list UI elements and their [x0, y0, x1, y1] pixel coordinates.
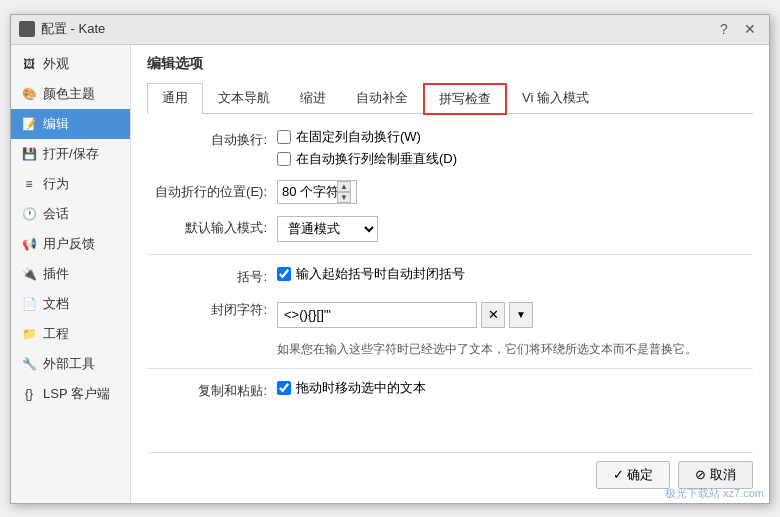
sidebar-item-open-save[interactable]: 💾 打开/保存 [11, 139, 130, 169]
note-text: 如果您在输入这些字符时已经选中了文本，它们将环绕所选文本而不是普换它。 [147, 340, 753, 358]
auto-newline-check1-label: 在固定列自动换行(W) [296, 128, 421, 146]
sidebar-item-documents[interactable]: 📄 文档 [11, 289, 130, 319]
auto-newline-check2-row: 在自动换行列绘制垂直线(D) [277, 150, 753, 168]
tab-autocomplete[interactable]: 自动补全 [341, 83, 423, 114]
brackets-check-label: 输入起始括号时自动封闭括号 [296, 265, 465, 283]
sidebar-item-label: 编辑 [43, 115, 69, 133]
paste-check-label: 拖动时移动选中的文本 [296, 379, 426, 397]
editor-icon: 📝 [21, 116, 37, 132]
sidebar-item-label: 颜色主题 [43, 85, 95, 103]
sidebar-item-label: 用户反馈 [43, 235, 95, 253]
brackets-check-row: 输入起始括号时自动封闭括号 [277, 265, 753, 283]
auto-fold-controls: ▲ ▼ [277, 180, 753, 204]
separator2 [147, 368, 753, 369]
tab-vi-input[interactable]: Vi 输入模式 [507, 83, 604, 114]
sidebar-item-feedback[interactable]: 📢 用户反馈 [11, 229, 130, 259]
tab-indent[interactable]: 缩进 [285, 83, 341, 114]
brackets-row: 括号: 输入起始括号时自动封闭括号 [147, 265, 753, 286]
paste-controls: 拖动时移动选中的文本 [277, 379, 753, 397]
auto-newline-row: 自动换行: 在固定列自动换行(W) 在自动换行列绘制垂直线(D) [147, 128, 753, 168]
spinbox-arrows: ▲ ▼ [337, 181, 351, 203]
sidebar-item-projects[interactable]: 📁 工程 [11, 319, 130, 349]
auto-newline-controls: 在固定列自动换行(W) 在自动换行列绘制垂直线(D) [277, 128, 753, 168]
form-area: 自动换行: 在固定列自动换行(W) 在自动换行列绘制垂直线(D) [147, 128, 753, 448]
titlebar: 配置 - Kate ? ✕ [11, 15, 769, 45]
brackets-label: 括号: [147, 265, 277, 286]
sidebar-item-plugins[interactable]: 🔌 插件 [11, 259, 130, 289]
default-input-label: 默认输入模式: [147, 216, 277, 237]
spinbox: ▲ ▼ [277, 180, 357, 204]
default-input-row: 默认输入模式: 普通模式 Vi 输入模式 只读模式 [147, 216, 753, 242]
tab-general[interactable]: 通用 [147, 83, 203, 114]
sidebar-item-lsp[interactable]: {} LSP 客户端 [11, 379, 130, 409]
main-window: 配置 - Kate ? ✕ 🖼 外观 🎨 颜色主题 📝 编辑 💾 [10, 14, 770, 504]
clear-closing-btn[interactable]: ✕ [481, 302, 505, 328]
auto-newline-check2-input[interactable] [277, 152, 291, 166]
sidebar-item-color-theme[interactable]: 🎨 颜色主题 [11, 79, 130, 109]
default-input-controls: 普通模式 Vi 输入模式 只读模式 [277, 216, 753, 242]
auto-newline-check1-row: 在固定列自动换行(W) [277, 128, 753, 146]
lsp-icon: {} [21, 386, 37, 402]
cancel-button[interactable]: ⊘ 取消 [678, 461, 753, 489]
sidebar-item-label: 插件 [43, 265, 69, 283]
documents-icon: 📄 [21, 296, 37, 312]
behavior-icon: ≡ [21, 176, 37, 192]
spinbox-down-arrow[interactable]: ▼ [337, 192, 351, 203]
paste-check-input[interactable] [277, 381, 291, 395]
projects-icon: 📁 [21, 326, 37, 342]
sidebar-item-appearance[interactable]: 🖼 外观 [11, 49, 130, 79]
spinbox-input[interactable] [282, 184, 337, 199]
sidebar-item-behavior[interactable]: ≡ 行为 [11, 169, 130, 199]
sidebar-item-label: 外观 [43, 55, 69, 73]
auto-fold-label: 自动折行的位置(E): [147, 180, 277, 201]
sidebar-item-label: LSP 客户端 [43, 385, 110, 403]
tabs-bar: 通用 文本导航 缩进 自动补全 拼写检查 Vi 输入模式 [147, 83, 753, 114]
paste-label: 复制和粘贴: [147, 379, 277, 400]
sidebar-item-session[interactable]: 🕐 会话 [11, 199, 130, 229]
feedback-icon: 📢 [21, 236, 37, 252]
close-button[interactable]: ✕ [739, 18, 761, 40]
sidebar-item-external-tools[interactable]: 🔧 外部工具 [11, 349, 130, 379]
closing-char-controls: ✕ ▼ [277, 298, 753, 328]
separator1 [147, 254, 753, 255]
closing-chars-input[interactable] [277, 302, 477, 328]
brackets-controls: 输入起始括号时自动封闭括号 [277, 265, 753, 283]
paste-check-row: 拖动时移动选中的文本 [277, 379, 753, 397]
sidebar: 🖼 外观 🎨 颜色主题 📝 编辑 💾 打开/保存 ≡ 行为 🕐 会话 [11, 45, 131, 503]
sidebar-item-label: 工程 [43, 325, 69, 343]
select-row: 普通模式 Vi 输入模式 只读模式 [277, 216, 753, 242]
main-content: 🖼 外观 🎨 颜色主题 📝 编辑 💾 打开/保存 ≡ 行为 🕐 会话 [11, 45, 769, 503]
default-input-select[interactable]: 普通模式 Vi 输入模式 只读模式 [277, 216, 378, 242]
brackets-check-input[interactable] [277, 267, 291, 281]
auto-fold-row: 自动折行的位置(E): ▲ ▼ [147, 180, 753, 204]
color-theme-icon: 🎨 [21, 86, 37, 102]
right-panel: 编辑选项 通用 文本导航 缩进 自动补全 拼写检查 [131, 45, 769, 503]
auto-newline-label: 自动换行: [147, 128, 277, 149]
tab-text-nav[interactable]: 文本导航 [203, 83, 285, 114]
section-title: 编辑选项 [147, 55, 753, 73]
open-save-icon: 💾 [21, 146, 37, 162]
sidebar-item-label: 文档 [43, 295, 69, 313]
sidebar-item-label: 行为 [43, 175, 69, 193]
closing-chars-row: ✕ ▼ [277, 302, 753, 328]
session-icon: 🕐 [21, 206, 37, 222]
auto-newline-check1-input[interactable] [277, 130, 291, 144]
appearance-icon: 🖼 [21, 56, 37, 72]
bottom-bar: ✓ 确定 ⊘ 取消 [147, 452, 753, 493]
dropdown-closing-btn[interactable]: ▼ [509, 302, 533, 328]
help-button[interactable]: ? [713, 18, 735, 40]
sidebar-item-editor[interactable]: 📝 编辑 [11, 109, 130, 139]
paste-row: 复制和粘贴: 拖动时移动选中的文本 [147, 379, 753, 400]
titlebar-buttons: ? ✕ [713, 18, 761, 40]
plugins-icon: 🔌 [21, 266, 37, 282]
titlebar-left: 配置 - Kate [19, 20, 105, 38]
spinbox-up-arrow[interactable]: ▲ [337, 181, 351, 192]
app-icon [19, 21, 35, 37]
tab-spellcheck[interactable]: 拼写检查 [423, 83, 507, 115]
sidebar-item-label: 会话 [43, 205, 69, 223]
sidebar-item-label: 打开/保存 [43, 145, 99, 163]
closing-char-row: 封闭字符: ✕ ▼ [147, 298, 753, 328]
spinbox-row: ▲ ▼ [277, 180, 753, 204]
ok-button[interactable]: ✓ 确定 [596, 461, 671, 489]
auto-newline-check2-label: 在自动换行列绘制垂直线(D) [296, 150, 457, 168]
